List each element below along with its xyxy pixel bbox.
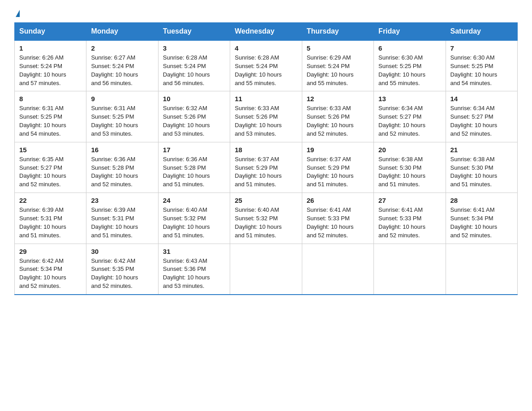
day-info: Sunrise: 6:38 AMSunset: 5:30 PMDaylight:… (450, 155, 513, 189)
calendar-cell (446, 244, 517, 295)
calendar-cell: 23Sunrise: 6:39 AMSunset: 5:31 PMDayligh… (86, 193, 158, 244)
day-number: 16 (91, 146, 153, 154)
day-number: 8 (19, 95, 82, 103)
calendar-cell: 9Sunrise: 6:31 AMSunset: 5:25 PMDaylight… (86, 91, 158, 142)
day-number: 19 (307, 146, 369, 154)
day-number: 2 (91, 44, 153, 52)
calendar-cell: 24Sunrise: 6:40 AMSunset: 5:32 PMDayligh… (158, 193, 230, 244)
calendar-cell: 11Sunrise: 6:33 AMSunset: 5:26 PMDayligh… (230, 91, 302, 142)
calendar-cell: 30Sunrise: 6:42 AMSunset: 5:35 PMDayligh… (86, 244, 158, 295)
day-number: 31 (163, 248, 225, 255)
calendar-cell: 3Sunrise: 6:28 AMSunset: 5:24 PMDaylight… (158, 40, 230, 91)
calendar-cell: 18Sunrise: 6:37 AMSunset: 5:29 PMDayligh… (230, 142, 302, 193)
day-info: Sunrise: 6:31 AMSunset: 5:25 PMDaylight:… (19, 104, 82, 138)
calendar-table: SundayMondayTuesdayWednesdayThursdayFrid… (14, 22, 518, 295)
calendar-cell: 20Sunrise: 6:38 AMSunset: 5:30 PMDayligh… (374, 142, 446, 193)
day-info: Sunrise: 6:34 AMSunset: 5:27 PMDaylight:… (450, 104, 513, 138)
day-number: 7 (450, 44, 513, 52)
calendar-cell: 28Sunrise: 6:41 AMSunset: 5:34 PMDayligh… (446, 193, 517, 244)
day-info: Sunrise: 6:41 AMSunset: 5:33 PMDaylight:… (307, 206, 369, 240)
day-info: Sunrise: 6:33 AMSunset: 5:26 PMDaylight:… (307, 104, 369, 138)
calendar-cell: 4Sunrise: 6:28 AMSunset: 5:24 PMDaylight… (230, 40, 302, 91)
day-number: 17 (163, 146, 225, 154)
calendar-cell: 26Sunrise: 6:41 AMSunset: 5:33 PMDayligh… (302, 193, 373, 244)
day-number: 29 (19, 248, 82, 255)
calendar-cell: 13Sunrise: 6:34 AMSunset: 5:27 PMDayligh… (374, 91, 446, 142)
day-number: 9 (91, 95, 153, 103)
day-number: 4 (235, 44, 297, 52)
day-number: 12 (307, 95, 369, 103)
calendar-cell: 19Sunrise: 6:37 AMSunset: 5:29 PMDayligh… (302, 142, 373, 193)
calendar-cell: 29Sunrise: 6:42 AMSunset: 5:34 PMDayligh… (15, 244, 86, 295)
day-info: Sunrise: 6:37 AMSunset: 5:29 PMDaylight:… (235, 155, 297, 189)
day-number: 10 (163, 95, 225, 103)
day-info: Sunrise: 6:31 AMSunset: 5:25 PMDaylight:… (91, 104, 153, 138)
calendar-cell: 2Sunrise: 6:27 AMSunset: 5:24 PMDaylight… (86, 40, 158, 91)
calendar-cell: 6Sunrise: 6:30 AMSunset: 5:25 PMDaylight… (374, 40, 446, 91)
calendar-cell (230, 244, 302, 295)
day-info: Sunrise: 6:35 AMSunset: 5:27 PMDaylight:… (19, 155, 82, 189)
calendar-cell: 17Sunrise: 6:36 AMSunset: 5:28 PMDayligh… (158, 142, 230, 193)
calendar-cell (374, 244, 446, 295)
weekday-header-thursday: Thursday (302, 23, 373, 41)
day-info: Sunrise: 6:29 AMSunset: 5:24 PMDaylight:… (307, 54, 369, 87)
day-number: 24 (163, 197, 225, 204)
day-info: Sunrise: 6:39 AMSunset: 5:31 PMDaylight:… (19, 206, 82, 240)
day-info: Sunrise: 6:37 AMSunset: 5:29 PMDaylight:… (307, 155, 369, 189)
calendar-cell: 5Sunrise: 6:29 AMSunset: 5:24 PMDaylight… (302, 40, 373, 91)
calendar-week-row: 15Sunrise: 6:35 AMSunset: 5:27 PMDayligh… (15, 142, 518, 193)
day-number: 13 (378, 95, 441, 103)
day-number: 28 (450, 197, 513, 204)
calendar-cell: 22Sunrise: 6:39 AMSunset: 5:31 PMDayligh… (15, 193, 86, 244)
calendar-cell: 12Sunrise: 6:33 AMSunset: 5:26 PMDayligh… (302, 91, 373, 142)
calendar-cell (302, 244, 373, 295)
day-info: Sunrise: 6:36 AMSunset: 5:28 PMDaylight:… (91, 155, 153, 189)
calendar-cell: 7Sunrise: 6:30 AMSunset: 5:25 PMDaylight… (446, 40, 517, 91)
weekday-header-tuesday: Tuesday (158, 23, 230, 41)
calendar-cell: 15Sunrise: 6:35 AMSunset: 5:27 PMDayligh… (15, 142, 86, 193)
day-info: Sunrise: 6:30 AMSunset: 5:25 PMDaylight:… (450, 54, 513, 87)
day-info: Sunrise: 6:30 AMSunset: 5:25 PMDaylight:… (378, 54, 441, 87)
day-info: Sunrise: 6:32 AMSunset: 5:26 PMDaylight:… (163, 104, 225, 138)
weekday-header-wednesday: Wednesday (230, 23, 302, 41)
page-header (14, 11, 518, 18)
day-info: Sunrise: 6:27 AMSunset: 5:24 PMDaylight:… (91, 54, 153, 87)
day-number: 25 (235, 197, 297, 204)
calendar-week-row: 22Sunrise: 6:39 AMSunset: 5:31 PMDayligh… (15, 193, 518, 244)
weekday-header-friday: Friday (374, 23, 446, 41)
calendar-cell: 8Sunrise: 6:31 AMSunset: 5:25 PMDaylight… (15, 91, 86, 142)
day-info: Sunrise: 6:28 AMSunset: 5:24 PMDaylight:… (163, 54, 225, 87)
day-info: Sunrise: 6:43 AMSunset: 5:36 PMDaylight:… (163, 257, 225, 291)
calendar-cell: 27Sunrise: 6:41 AMSunset: 5:33 PMDayligh… (374, 193, 446, 244)
day-info: Sunrise: 6:28 AMSunset: 5:24 PMDaylight:… (235, 54, 297, 87)
calendar-cell: 1Sunrise: 6:26 AMSunset: 5:24 PMDaylight… (15, 40, 86, 91)
day-info: Sunrise: 6:41 AMSunset: 5:33 PMDaylight:… (378, 206, 441, 240)
calendar-cell: 31Sunrise: 6:43 AMSunset: 5:36 PMDayligh… (158, 244, 230, 295)
day-info: Sunrise: 6:34 AMSunset: 5:27 PMDaylight:… (378, 104, 441, 138)
day-number: 6 (378, 44, 441, 52)
day-info: Sunrise: 6:42 AMSunset: 5:35 PMDaylight:… (91, 257, 153, 291)
weekday-header-row: SundayMondayTuesdayWednesdayThursdayFrid… (15, 23, 518, 41)
calendar-week-row: 1Sunrise: 6:26 AMSunset: 5:24 PMDaylight… (15, 40, 518, 91)
day-number: 3 (163, 44, 225, 52)
day-info: Sunrise: 6:38 AMSunset: 5:30 PMDaylight:… (378, 155, 441, 189)
day-number: 15 (19, 146, 82, 154)
calendar-week-row: 8Sunrise: 6:31 AMSunset: 5:25 PMDaylight… (15, 91, 518, 142)
day-info: Sunrise: 6:36 AMSunset: 5:28 PMDaylight:… (163, 155, 225, 189)
day-info: Sunrise: 6:39 AMSunset: 5:31 PMDaylight:… (91, 206, 153, 240)
day-number: 21 (450, 146, 513, 154)
day-info: Sunrise: 6:33 AMSunset: 5:26 PMDaylight:… (235, 104, 297, 138)
day-number: 27 (378, 197, 441, 204)
day-info: Sunrise: 6:40 AMSunset: 5:32 PMDaylight:… (235, 206, 297, 240)
day-number: 30 (91, 248, 153, 255)
logo (14, 11, 20, 18)
day-number: 20 (378, 146, 441, 154)
day-info: Sunrise: 6:40 AMSunset: 5:32 PMDaylight:… (163, 206, 225, 240)
logo-triangle-icon (16, 10, 20, 17)
day-number: 23 (91, 197, 153, 204)
day-number: 22 (19, 197, 82, 204)
calendar-cell: 14Sunrise: 6:34 AMSunset: 5:27 PMDayligh… (446, 91, 517, 142)
day-info: Sunrise: 6:42 AMSunset: 5:34 PMDaylight:… (19, 257, 82, 291)
calendar-cell: 21Sunrise: 6:38 AMSunset: 5:30 PMDayligh… (446, 142, 517, 193)
calendar-cell: 25Sunrise: 6:40 AMSunset: 5:32 PMDayligh… (230, 193, 302, 244)
